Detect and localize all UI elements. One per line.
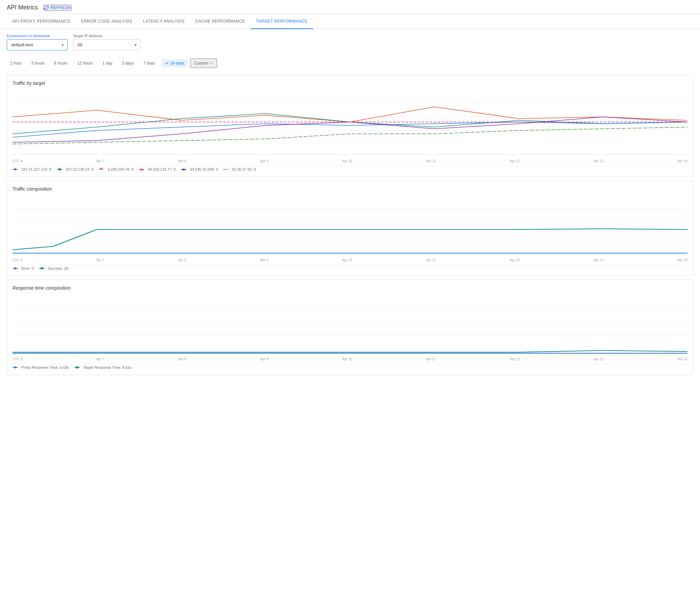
legend-line-icon-3 xyxy=(139,168,146,171)
legend-success-label: Success: 23 xyxy=(48,266,68,270)
target-ip-dropdown-group: Target IP Address All xyxy=(73,34,141,50)
checkmark-icon xyxy=(165,61,169,65)
legend-success-icon xyxy=(39,267,47,270)
x-label-apr13-2: Apr 13 xyxy=(594,258,604,262)
x-label-apr10: Apr 10 xyxy=(342,159,352,163)
tab-api-proxy[interactable]: API PROXY PERFORMANCE xyxy=(7,14,76,29)
tab-latency[interactable]: LATENCY ANALYSIS xyxy=(138,14,190,29)
time-3days[interactable]: 3 days xyxy=(118,59,137,67)
svg-point-6 xyxy=(14,168,16,170)
dropdown-arrow-icon xyxy=(210,62,213,65)
x-label-apr12-2: Apr 12 xyxy=(510,258,520,262)
environment-dropdown-wrapper: default-test prod staging xyxy=(7,39,68,50)
x-label-apr7-3: Apr 7 xyxy=(96,357,104,361)
legend-item-1: 107.22.139.22: 0 xyxy=(57,167,94,171)
legend-proxy-icon xyxy=(13,366,20,369)
traffic-composition-section: Traffic composition UTC-4 Apr 7 Apr 8 Ap… xyxy=(7,180,693,276)
target-ip-select[interactable]: All xyxy=(73,39,141,50)
traffic-composition-title: Traffic composition xyxy=(13,186,687,192)
legend-label-2: 3.230.204.70: 8 xyxy=(108,167,133,171)
tab-target[interactable]: TARGET PERFORMANCE xyxy=(251,14,313,29)
time-filter-bar: 1 hour 3 hours 6 hours 12 hours 1 day 3 … xyxy=(0,55,700,71)
traffic-target-legend: 107.21.227.110: 0 107.22.139.22: 0 3.230… xyxy=(13,166,687,171)
traffic-comp-x-axis: UTC-4 Apr 7 Apr 8 Apr 9 Apr 10 Apr 11 Ap… xyxy=(13,258,687,262)
legend-item-5: 52.20.27.92: 0 xyxy=(223,167,256,171)
svg-rect-31 xyxy=(76,366,78,368)
traffic-comp-legend: Error: 0 Success: 23 xyxy=(13,265,687,270)
environment-dropdown-group: Environment or Hostname default-test pro… xyxy=(7,34,68,50)
environment-select[interactable]: default-test prod staging xyxy=(7,39,68,50)
legend-item-3: 34.193.132.77: 0 xyxy=(139,167,176,171)
environment-label: Environment or Hostname xyxy=(7,34,68,38)
legend-item-2: 3.230.204.70: 8 xyxy=(99,167,133,171)
target-ip-dropdown-wrapper: All xyxy=(73,39,141,50)
x-label-apr10-2: Apr 10 xyxy=(342,258,352,262)
legend-proxy-label: Proxy Response Time: 0.03s xyxy=(21,365,69,369)
legend-label-3: 34.193.132.77: 0 xyxy=(148,167,176,171)
refresh-label: REFRESH xyxy=(50,5,71,10)
x-label-apr7: Apr 7 xyxy=(96,159,104,163)
svg-rect-8 xyxy=(59,168,61,170)
target-ip-label: Target IP Address xyxy=(73,34,141,38)
legend-target-icon xyxy=(74,366,82,369)
response-time-svg xyxy=(13,295,687,356)
x-label-apr12: Apr 12 xyxy=(510,159,520,163)
legend-label-4: 34.235.32.249: 3 xyxy=(190,167,218,171)
filter-controls: Environment or Hostname default-test pro… xyxy=(0,29,700,55)
x-label-apr14-2: Apr 14 xyxy=(677,258,687,262)
legend-line-icon-5 xyxy=(223,168,231,171)
x-label-apr11-3: Apr 11 xyxy=(426,357,436,361)
legend-line-icon-2 xyxy=(99,168,106,171)
legend-label-1: 107.22.139.22: 0 xyxy=(66,167,94,171)
legend-line-icon-0 xyxy=(13,168,20,171)
x-label-utc4-3: UTC-4 xyxy=(13,357,22,361)
legend-target-response: Target Response Time: 8.61s xyxy=(74,365,132,369)
x-label-apr9-3: Apr 9 xyxy=(260,357,269,361)
traffic-by-target-svg xyxy=(13,90,687,158)
page-title: API Metrics xyxy=(7,4,38,11)
time-3hours[interactable]: 3 hours xyxy=(28,59,48,67)
legend-label-0: 107.21.227.110: 0 xyxy=(21,167,51,171)
legend-line-icon-4 xyxy=(181,168,188,171)
refresh-icon xyxy=(44,5,49,10)
time-12hours[interactable]: 12 hours xyxy=(74,59,96,67)
x-label-apr8: Apr 8 xyxy=(178,159,186,163)
x-label-apr7-2: Apr 7 xyxy=(96,258,104,262)
time-1hour[interactable]: 1 hour xyxy=(7,59,25,67)
svg-point-21 xyxy=(14,267,16,269)
response-time-x-axis: UTC-4 Apr 7 Apr 8 Apr 9 Apr 10 Apr 11 Ap… xyxy=(13,357,687,361)
x-label-apr11: Apr 11 xyxy=(426,159,436,163)
x-label-apr8-3: Apr 8 xyxy=(178,357,186,361)
time-14days[interactable]: 14 days xyxy=(161,59,188,67)
traffic-by-target-chart: UTC-4 Apr 7 Apr 8 Apr 9 Apr 10 Apr 11 Ap… xyxy=(13,90,687,171)
time-1day[interactable]: 1 day xyxy=(99,59,116,67)
response-time-legend: Proxy Response Time: 0.03s Target Respon… xyxy=(13,364,687,369)
x-label-utc4: UTC-4 xyxy=(13,159,22,163)
x-label-apr14-3: Apr 14 xyxy=(677,357,687,361)
tabs-bar: API PROXY PERFORMANCE ERROR CODE ANALYSI… xyxy=(0,14,700,29)
legend-item-4: 34.235.32.249: 3 xyxy=(181,167,218,171)
time-6hours[interactable]: 6 hours xyxy=(51,59,71,67)
traffic-composition-chart: UTC-4 Apr 7 Apr 8 Apr 9 Apr 10 Apr 11 Ap… xyxy=(13,196,687,270)
legend-proxy-response: Proxy Response Time: 0.03s xyxy=(13,365,69,369)
legend-line-icon-1 xyxy=(57,168,64,171)
traffic-by-target-section: Traffic by target UTC-4 Apr 7 A xyxy=(7,75,693,177)
x-label-apr13-3: Apr 13 xyxy=(594,357,604,361)
svg-rect-23 xyxy=(41,267,43,269)
legend-error-label: Error: 0 xyxy=(21,266,34,270)
traffic-by-target-title: Traffic by target xyxy=(13,80,687,86)
refresh-button[interactable]: REFRESH xyxy=(43,5,72,11)
traffic-target-x-axis: UTC-4 Apr 7 Apr 8 Apr 9 Apr 10 Apr 11 Ap… xyxy=(13,159,687,163)
traffic-composition-svg xyxy=(13,196,687,257)
x-label-apr12-3: Apr 12 xyxy=(510,357,520,361)
tab-error-code[interactable]: ERROR CODE ANALYSIS xyxy=(76,14,138,29)
x-label-utc4-2: UTC-4 xyxy=(13,258,22,262)
response-time-chart: UTC-4 Apr 7 Apr 8 Apr 9 Apr 10 Apr 11 Ap… xyxy=(13,295,687,369)
header: API Metrics REFRESH xyxy=(0,0,700,14)
tab-cache[interactable]: CACHE PERFORMANCE xyxy=(190,14,251,29)
time-custom[interactable]: Custom xyxy=(190,58,217,68)
x-label-apr11-2: Apr 11 xyxy=(426,258,436,262)
x-label-apr10-3: Apr 10 xyxy=(342,357,352,361)
time-7days[interactable]: 7 days xyxy=(140,59,159,67)
legend-target-label: Target Response Time: 8.61s xyxy=(83,365,132,369)
